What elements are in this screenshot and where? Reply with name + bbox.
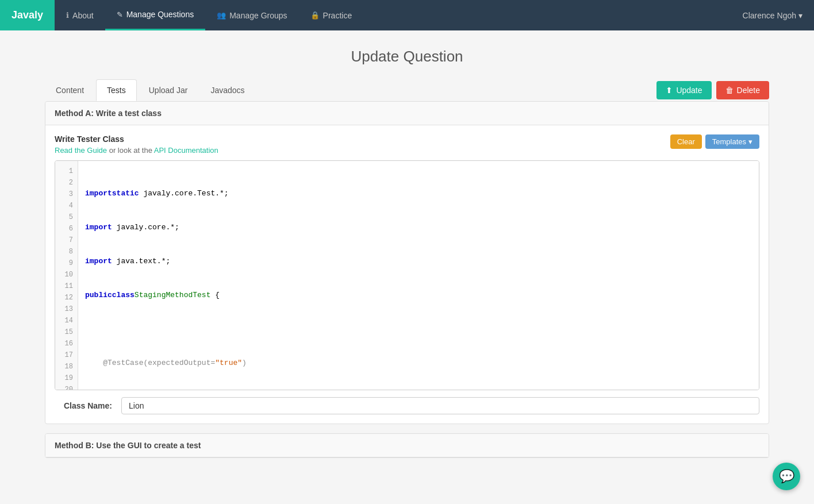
nav-about[interactable]: ℹ About	[55, 0, 105, 30]
chat-icon: 💬	[779, 469, 794, 475]
class-name-input[interactable]	[121, 397, 759, 414]
practice-icon: 🔒	[310, 11, 320, 20]
tab-upload-jar[interactable]: Upload Jar	[138, 79, 199, 101]
templates-button[interactable]: Templates ▾	[705, 134, 759, 149]
user-menu[interactable]: Clarence Ngoh ▾	[731, 0, 814, 30]
trash-icon: 🗑	[725, 86, 734, 95]
nav-manage-questions[interactable]: ✎ Manage Questions	[105, 0, 206, 30]
editor-buttons: Clear Templates ▾	[670, 134, 759, 149]
write-tester-info: Write Tester Class Read the Guide or loo…	[55, 134, 218, 155]
code-line: import java.text.*;	[85, 256, 752, 267]
page-content: Update Question Content Tests Upload Jar…	[33, 48, 781, 458]
page-title: Update Question	[45, 48, 769, 66]
update-button[interactable]: ⬆ Update	[656, 81, 711, 99]
tab-javadocs[interactable]: Javadocs	[199, 79, 255, 101]
method-b-card: Method B: Use the GUI to create a test	[45, 433, 769, 458]
manage-questions-icon: ✎	[117, 10, 123, 19]
nav-items: ℹ About ✎ Manage Questions 👥 Manage Grou…	[55, 0, 731, 30]
tab-content[interactable]: Content	[45, 79, 95, 101]
code-line	[85, 324, 752, 335]
write-tester-header: Write Tester Class Read the Guide or loo…	[55, 134, 759, 155]
method-a-body: Write Tester Class Read the Guide or loo…	[45, 125, 769, 424]
manage-groups-icon: 👥	[217, 11, 226, 20]
navbar: Javaly ℹ About ✎ Manage Questions 👥 Mana…	[0, 0, 814, 30]
method-a-header: Method A: Write a test class	[45, 102, 769, 125]
chat-button[interactable]: 💬	[773, 463, 800, 475]
line-numbers: 1 2 3 4 5 6 7 8 9 10 11 12 13 14	[55, 161, 78, 390]
code-lines: 1 2 3 4 5 6 7 8 9 10 11 12 13 14	[55, 161, 759, 390]
tabs-bar: Content Tests Upload Jar Javadocs ⬆ Upda…	[45, 79, 769, 101]
guide-link[interactable]: Read the Guide	[55, 146, 107, 155]
tabs: Content Tests Upload Jar Javadocs	[45, 79, 257, 101]
brand-logo[interactable]: Javaly	[0, 0, 55, 30]
delete-button[interactable]: 🗑 Delete	[716, 81, 769, 99]
code-line: import javaly.core.*;	[85, 222, 752, 233]
nav-manage-groups[interactable]: 👥 Manage Groups	[205, 0, 298, 30]
class-name-label: Class Name:	[55, 401, 112, 410]
code-line: @TestCase(expectedOutput="true")	[85, 357, 752, 369]
code-editor[interactable]: 1 2 3 4 5 6 7 8 9 10 11 12 13 14	[55, 160, 759, 390]
chevron-down-icon: ▾	[748, 137, 752, 146]
about-icon: ℹ	[66, 11, 69, 20]
upload-icon: ⬆	[666, 86, 673, 95]
class-name-row: Class Name:	[55, 397, 759, 414]
clear-button[interactable]: Clear	[670, 134, 702, 149]
tab-tests[interactable]: Tests	[96, 79, 137, 101]
method-a-card: Method A: Write a test class Write Teste…	[45, 101, 769, 424]
code-line: public class StagingMethodTest {	[85, 290, 752, 301]
action-buttons: ⬆ Update 🗑 Delete	[656, 81, 769, 99]
code-line: import static javaly.core.Test.*;	[85, 188, 752, 199]
code-content[interactable]: import static javaly.core.Test.*; import…	[78, 161, 759, 390]
api-doc-link[interactable]: API Documentation	[154, 146, 218, 155]
nav-practice[interactable]: 🔒 Practice	[299, 0, 364, 30]
write-tester-title: Write Tester Class	[55, 134, 218, 144]
write-tester-links: Read the Guide or look at the API Docume…	[55, 146, 218, 155]
method-b-header: Method B: Use the GUI to create a test	[45, 434, 769, 457]
